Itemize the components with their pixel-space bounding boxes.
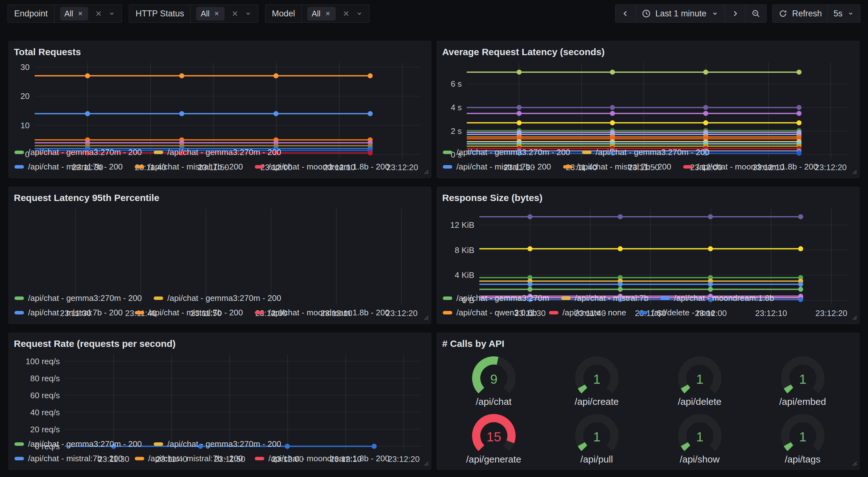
panel-resize-handle[interactable] [851, 168, 858, 176]
gauge-/api/chat: 9/api/chat [442, 351, 545, 408]
legend-label: /api/chat - gemma3:270m - 200 [28, 439, 142, 449]
refresh-button[interactable]: Refresh [772, 4, 828, 23]
legend-label: /api/chat - mistral:7b - 200 [28, 308, 123, 318]
filter-http-status-chip[interactable]: All [196, 7, 224, 21]
filter-model-chip[interactable]: All [307, 7, 336, 21]
legend-label: /api/chat - mistral:7b - 200 [28, 454, 123, 464]
latency-p95-plot[interactable]: 23:11:3023:11:4023:11:5023:12:0023:12:10… [14, 205, 426, 290]
filter-http-status: HTTP Status All [129, 4, 258, 23]
gauge-value: 1 [696, 429, 703, 444]
legend-item[interactable]: /api/chat - gemma3:270m [443, 293, 549, 303]
time-controls: Last 1 minute Refresh [615, 4, 861, 23]
gauge-label: /api/show [680, 454, 720, 465]
chevron-down-icon [711, 9, 719, 18]
panel-title[interactable]: Total Requests [14, 45, 426, 59]
panel-title[interactable]: Request Latency 95th Percentile [14, 191, 426, 205]
response-size-plot[interactable]: 23:11:3023:11:4023:11:5023:12:0023:12:10… [442, 205, 854, 290]
legend-item[interactable]: /api/chat - gemma3:270m - 200 [14, 439, 142, 449]
total-requests-plot[interactable]: 23:11:3023:11:4023:11:5023:12:0023:12:10… [14, 59, 426, 144]
legend-swatch [638, 311, 648, 315]
legend-label: /api/chat - gemma3:270m - 200 [28, 147, 142, 157]
panel-resize-handle[interactable] [422, 314, 429, 322]
chevron-down-icon[interactable] [244, 9, 252, 18]
request-rate-plot[interactable]: 23:11:3023:11:4023:11:5023:12:0023:12:10… [14, 351, 426, 436]
refresh-interval-button[interactable]: 5s [827, 4, 861, 23]
legend-item[interactable]: /api/chat - mistral:7b - 200 [135, 454, 243, 464]
chevron-down-icon[interactable] [108, 9, 116, 18]
legend-item[interactable]: /api/chat - mistral:7b - 200 [14, 454, 123, 464]
legend-item[interactable]: /api/chat - moondream:1.8b - 200 [255, 454, 389, 464]
legend-item[interactable]: /api/chat - mistral:7b - 200 [135, 162, 243, 172]
legend-item[interactable]: /api/chat - gemma3:270m - 200 [154, 293, 281, 303]
legend-item[interactable]: /api/chat - qwen3:0.6b [443, 308, 537, 318]
legend-item[interactable]: /api/chat - moondream:1.8b - 200 [255, 162, 389, 172]
legend-item[interactable]: /api/chat - gemma3:270m - 200 [14, 147, 142, 157]
legend-label: /api/chat - moondream:1.8b [674, 293, 774, 303]
gauge-label: /api/tags [785, 454, 820, 465]
chip-remove-icon[interactable] [213, 10, 220, 17]
panel-resize-handle[interactable] [851, 314, 858, 322]
legend-label: /api/chat - gemma3:270m - 200 [167, 293, 281, 303]
panel-title[interactable]: Response Size (bytes) [442, 191, 854, 205]
panel-title[interactable]: Request Rate (requests per second) [14, 337, 426, 351]
filter-endpoint-label: Endpoint [8, 5, 54, 22]
zoom-out-time-button[interactable] [745, 4, 767, 23]
legend-label: /api/create - none [562, 308, 626, 318]
filter-model-label: Model [266, 5, 301, 22]
legend-label: /api/chat - gemma3:270m [456, 293, 549, 303]
legend-item[interactable]: /api/chat - mistral:7b - 200 [14, 162, 123, 172]
panel-title[interactable]: # Calls by API [442, 337, 854, 351]
legend-item[interactable]: /api/chat - moondream:1.8b - 200 [255, 308, 389, 318]
panel-title[interactable]: Average Request Latency (seconds) [442, 45, 854, 59]
legend-item[interactable]: /api/chat - gemma3:270m - 200 [14, 293, 142, 303]
time-range-label: Last 1 minute [655, 9, 707, 19]
legend-swatch [14, 165, 24, 169]
time-shift-back-button[interactable] [615, 4, 636, 23]
clear-selection-icon[interactable] [342, 9, 350, 18]
refresh-icon [778, 9, 788, 18]
panel-resize-handle[interactable] [422, 168, 429, 176]
legend-label: /api/chat - moondream:1.8b - 200 [268, 162, 389, 172]
filter-endpoint-chip-text: All [65, 9, 73, 18]
filter-model-value[interactable]: All [301, 5, 369, 22]
total-requests-legend: /api/chat - gemma3:270m - 200/api/chat -… [14, 144, 426, 174]
legend-label: /api/chat - gemma3:270m - 200 [595, 147, 709, 157]
filter-endpoint-value[interactable]: All [54, 5, 122, 22]
legend-item[interactable]: /api/chat - gemma3:270m - 200 [154, 439, 281, 449]
legend-swatch [255, 165, 264, 169]
svg-text:12 KiB: 12 KiB [450, 220, 474, 230]
legend-item[interactable]: /api/delete - none [638, 308, 715, 318]
gauge-value: 9 [490, 372, 497, 387]
average-latency-plot[interactable]: 23:11:3023:11:4023:11:5023:12:0023:12:10… [442, 59, 854, 144]
svg-text:4 s: 4 s [451, 103, 462, 112]
legend-item[interactable]: /api/create - none [549, 308, 626, 318]
chip-remove-icon[interactable] [77, 10, 84, 17]
chevron-down-icon[interactable] [355, 9, 364, 18]
panel-resize-handle[interactable] [422, 460, 429, 468]
time-range-picker-button[interactable]: Last 1 minute [636, 4, 725, 23]
time-range-group: Last 1 minute [615, 4, 767, 23]
legend-item[interactable]: /api/chat - mistral:7b - 200 [443, 162, 551, 172]
clear-selection-icon[interactable] [94, 9, 103, 18]
svg-text:20 req/s: 20 req/s [30, 425, 60, 434]
legend-label: /api/chat - moondream:1.8b - 200 [268, 308, 389, 318]
legend-item[interactable]: /api/chat - moondream:1.8b [660, 293, 774, 303]
legend-swatch [255, 311, 264, 315]
filter-http-status-value[interactable]: All [190, 5, 258, 22]
panel-resize-handle[interactable] [851, 460, 858, 468]
dashboard-toolbar: Endpoint All HTTP [0, 0, 868, 23]
filter-endpoint-chip[interactable]: All [60, 7, 89, 21]
legend-item[interactable]: /api/chat - mistral:7b - 200 [135, 308, 243, 318]
svg-text:2 s: 2 s [451, 126, 462, 136]
legend-item[interactable]: /api/chat - moondream:1.8b - 200 [683, 162, 817, 172]
time-shift-forward-button[interactable] [725, 4, 745, 23]
chip-remove-icon[interactable] [324, 10, 331, 17]
legend-item[interactable]: /api/chat - gemma3:270m - 200 [443, 147, 570, 157]
clear-selection-icon[interactable] [231, 9, 239, 18]
legend-item[interactable]: /api/chat - mistral:7b - 200 [14, 308, 123, 318]
legend-item[interactable]: /api/chat - gemma3:270m - 200 [154, 147, 281, 157]
legend-item[interactable]: /api/chat - mistral:7b [561, 293, 649, 303]
legend-item[interactable]: /api/chat - gemma3:270m - 200 [582, 147, 709, 157]
panel-request-rate: Request Rate (requests per second) 23:11… [8, 333, 431, 470]
legend-item[interactable]: /api/chat - mistral:7b - 200 [563, 162, 672, 172]
